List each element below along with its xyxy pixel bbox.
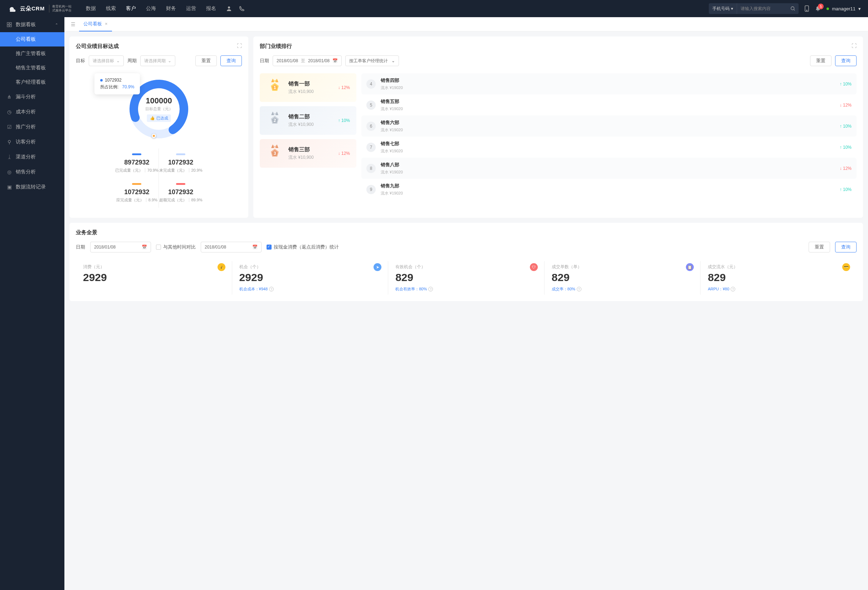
compare-checkbox[interactable]: 与其他时间对比 bbox=[156, 244, 196, 250]
tab-bar: ☰ 公司看板 × bbox=[64, 17, 868, 31]
delta-indicator: ↑ 10% bbox=[840, 145, 852, 150]
date-label: 日期 bbox=[260, 57, 269, 64]
help-icon[interactable]: ? bbox=[577, 287, 582, 291]
chevron-up-icon: ⌃ bbox=[55, 23, 58, 27]
cash-checkbox[interactable]: 按现金消费（返点后消费）统计 bbox=[267, 244, 339, 250]
rank-card: ⛶ 部门业绩排行 日期 2018/01/08 至 2018/01/08 📅 按工… bbox=[253, 37, 863, 218]
svg-point-3 bbox=[806, 10, 807, 11]
sidebar-item[interactable]: ▣数据流转记录 bbox=[0, 180, 64, 194]
date-input-1[interactable]: 2018/01/08📅 bbox=[90, 242, 151, 252]
search-button[interactable] bbox=[787, 6, 799, 11]
query-button[interactable]: 查询 bbox=[835, 56, 856, 66]
user-icon[interactable] bbox=[226, 6, 232, 12]
rank-top-item[interactable]: 1 销售一部 流水 ¥10,900 ↓ 12% bbox=[260, 73, 356, 102]
dashboard-icon bbox=[6, 22, 12, 27]
sidebar-icon: ▣ bbox=[6, 184, 12, 190]
period-select[interactable]: 请选择周期⌄ bbox=[140, 56, 175, 66]
nav-item[interactable]: 公海 bbox=[146, 5, 156, 12]
target-label: 目标 bbox=[76, 57, 85, 64]
expand-icon[interactable]: ⛶ bbox=[237, 43, 242, 49]
app-header: 云朵CRM 教育机构一站式服务云平台 数据线索客户公海财务运营报名 手机号码 ▾… bbox=[0, 0, 868, 17]
nav-item[interactable]: 数据 bbox=[86, 5, 96, 12]
help-icon[interactable]: ? bbox=[731, 287, 735, 291]
reset-button[interactable]: 重置 bbox=[810, 56, 831, 66]
medal-icon: 1 bbox=[266, 79, 283, 96]
nav-item[interactable]: 运营 bbox=[186, 5, 196, 12]
status-dot-icon bbox=[827, 7, 829, 10]
phone-icon[interactable] bbox=[239, 6, 245, 12]
sidebar-item[interactable]: ◎销售分析 bbox=[0, 165, 64, 180]
svg-rect-7 bbox=[10, 25, 12, 27]
query-button[interactable]: 查询 bbox=[220, 56, 242, 66]
rank-row[interactable]: 7 销售七部 流水 ¥19020 ↑ 10% bbox=[362, 137, 856, 158]
svg-text:2: 2 bbox=[274, 118, 276, 123]
reset-button[interactable]: 重置 bbox=[809, 242, 830, 252]
sidebar-item[interactable]: 推广主管看板 bbox=[0, 47, 64, 61]
reset-button[interactable]: 重置 bbox=[195, 56, 217, 66]
rank-top-item[interactable]: 2 销售二部 流水 ¥10,900 ↑ 10% bbox=[260, 106, 356, 135]
period-label: 周期 bbox=[127, 57, 137, 64]
sidebar-item[interactable]: 客户经理看板 bbox=[0, 75, 64, 90]
date-range-input[interactable]: 2018/01/08 至 2018/01/08 📅 bbox=[273, 56, 342, 66]
rank-row[interactable]: 8 销售八部 流水 ¥19020 ↓ 12% bbox=[362, 158, 856, 179]
thumbs-up-icon: 👍 bbox=[150, 116, 155, 121]
help-icon[interactable]: ? bbox=[428, 287, 433, 291]
calendar-icon: 📅 bbox=[252, 244, 258, 250]
logo-subtitle: 教育机构一站式服务云平台 bbox=[49, 4, 72, 13]
sidebar-item[interactable]: 公司看板 bbox=[0, 32, 64, 47]
rank-top-item[interactable]: 3 销售三部 流水 ¥10,900 ↓ 12% bbox=[260, 139, 356, 168]
device-icon[interactable] bbox=[804, 5, 809, 12]
rank-row[interactable]: 5 销售五部 流水 ¥19020 ↓ 12% bbox=[362, 94, 856, 115]
search-type-select[interactable]: 手机号码 ▾ bbox=[709, 3, 737, 14]
sidebar-item[interactable]: ⋔漏斗分析 bbox=[0, 90, 64, 104]
logo-text: 云朵CRM bbox=[20, 5, 45, 12]
query-button[interactable]: 查询 bbox=[835, 242, 856, 252]
svg-rect-6 bbox=[7, 25, 9, 27]
rank-row[interactable]: 6 销售六部 流水 ¥19020 ↑ 10% bbox=[362, 115, 856, 137]
sidebar-item[interactable]: ⚲访客分析 bbox=[0, 134, 64, 150]
date-input-2[interactable]: 2018/01/08📅 bbox=[201, 242, 261, 252]
tab-company-board[interactable]: 公司看板 × bbox=[79, 17, 112, 31]
bell-icon[interactable]: 5 bbox=[815, 6, 821, 12]
delta-indicator: ↓ 12% bbox=[840, 103, 852, 107]
target-select[interactable]: 请选择目标⌄ bbox=[89, 56, 124, 66]
sidebar-group-dashboard[interactable]: 数据看板 ⌃ bbox=[0, 17, 64, 32]
sidebar-item[interactable]: ᛣ渠道分析 bbox=[0, 150, 64, 165]
main-nav: 数据线索客户公海财务运营报名 bbox=[86, 5, 216, 12]
nav-item[interactable]: 客户 bbox=[126, 5, 136, 12]
sidebar-item[interactable]: 销售主管看板 bbox=[0, 61, 64, 75]
donut-chart: 1072932 所占比例:70.9% 100000 目标总量（元） bbox=[127, 77, 191, 141]
nav-item[interactable]: 报名 bbox=[206, 5, 216, 12]
rank-row[interactable]: 9 销售九部 流水 ¥19020 ↑ 10% bbox=[362, 179, 856, 200]
calendar-icon: 📅 bbox=[142, 244, 147, 250]
sidebar-item[interactable]: ☑推广分析 bbox=[0, 119, 64, 134]
stat-cell: 1072932 应完成量（元）8.9% bbox=[115, 178, 159, 208]
search-input[interactable] bbox=[737, 6, 787, 11]
nav-item[interactable]: 财务 bbox=[166, 5, 176, 12]
chevron-down-icon: ⌄ bbox=[391, 58, 395, 63]
sidebar-item[interactable]: ◷成本分析 bbox=[0, 104, 64, 119]
biz-metric-cell: 📋 成交单数（单） 829 成交率：80% ? bbox=[544, 261, 701, 295]
svg-text:1: 1 bbox=[274, 85, 276, 90]
nav-item[interactable]: 线索 bbox=[106, 5, 116, 12]
stat-cell: 8972932 已完成量（元）70.9% bbox=[115, 149, 159, 178]
stat-cell: 1072932 超额完成（元）89.9% bbox=[159, 178, 202, 208]
medal-icon: 3 bbox=[266, 145, 283, 162]
biz-panorama-card: 业务全景 日期 2018/01/08📅 与其他时间对比 2018/01/08📅 … bbox=[69, 223, 863, 301]
search-group: 手机号码 ▾ bbox=[709, 3, 799, 14]
close-icon[interactable]: × bbox=[105, 21, 108, 26]
expand-icon[interactable]: ⛶ bbox=[852, 43, 856, 49]
metric-icon: 💳 bbox=[842, 263, 850, 271]
user-name: manager11 bbox=[832, 6, 855, 12]
stat-by-select[interactable]: 按工单客户经理统计⌄ bbox=[345, 56, 399, 66]
svg-point-0 bbox=[228, 6, 230, 9]
delta-indicator: ↓ 12% bbox=[338, 151, 350, 156]
biz-card-title: 业务全景 bbox=[76, 229, 856, 236]
svg-point-1 bbox=[791, 7, 794, 10]
user-menu[interactable]: manager11 ▾ bbox=[827, 6, 861, 12]
cloud-icon bbox=[7, 5, 17, 12]
rank-row[interactable]: 4 销售四部 流水 ¥19020 ↑ 10% bbox=[362, 73, 856, 94]
delta-indicator: ↑ 10% bbox=[840, 124, 852, 129]
tab-menu-icon[interactable]: ☰ bbox=[67, 21, 79, 27]
help-icon[interactable]: ? bbox=[269, 287, 274, 291]
